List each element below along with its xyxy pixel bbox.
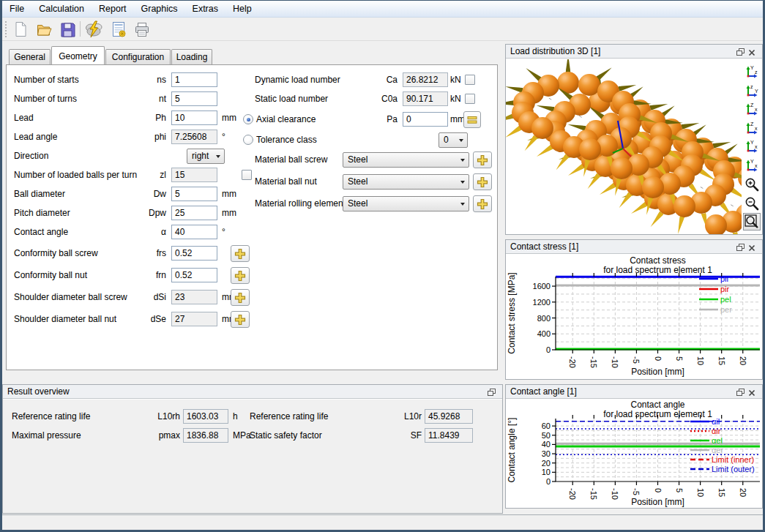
view-front[interactable]: Yz	[743, 64, 761, 81]
zoom-out-button[interactable]	[743, 195, 761, 212]
open-file-button[interactable]	[34, 20, 53, 39]
svg-text:5: 5	[675, 356, 684, 361]
view-back[interactable]: zY	[743, 83, 761, 100]
checkbox-static-load-number[interactable]	[465, 94, 475, 104]
unit-dynamic-load-number: kN	[450, 72, 461, 88]
contact-angle-header: Contact angle [1]	[506, 385, 762, 399]
row-axial-clearance: Axial clearancePa0mm	[7, 111, 497, 129]
dropdown-material-ball-screw[interactable]: Steel	[343, 152, 469, 168]
view-right[interactable]: Yx	[743, 157, 761, 175]
contact-angle-title: Contact angle [1]	[510, 386, 577, 397]
unit-static-load-number: kN	[450, 91, 461, 107]
output-pmax[interactable]: 1836.88	[183, 428, 228, 443]
menu-graphics[interactable]: Graphics	[134, 1, 185, 17]
label-shoulder-diameter-ball-screw: Shoulder diameter ball screw	[14, 289, 127, 305]
ball	[642, 176, 664, 198]
load-distribution-3d-header: Load distribution 3D [1]	[506, 45, 762, 59]
svg-text:-10: -10	[611, 488, 619, 500]
row-shoulder-diameter-ball-nut: Shoulder diameter ball nutdSe27mm	[7, 311, 497, 329]
svg-text:20: 20	[739, 356, 747, 365]
row-conformity-ball-nut: Conformity ball nutfrn0.52	[7, 267, 497, 285]
menu-file[interactable]: File	[2, 1, 31, 17]
add-material-ball-screw-button[interactable]	[473, 151, 492, 168]
close-icon[interactable]	[748, 242, 758, 252]
svg-text:-20: -20	[568, 356, 577, 368]
contact-angle-plot: Contact anglefor load spectrum element 1…	[506, 400, 762, 508]
axial-clearance-detail-button[interactable]	[463, 111, 481, 128]
zoom-window-button[interactable]	[743, 213, 761, 231]
menu-extras[interactable]: Extras	[185, 1, 225, 17]
checkbox-dynamic-load-number[interactable]	[465, 75, 475, 85]
toolbar-grip[interactable]	[5, 21, 8, 37]
print-button[interactable]	[133, 20, 152, 39]
chevron-down-icon	[460, 203, 465, 206]
window-border-top	[0, 0, 765, 1]
output-l10rh[interactable]: 1603.03	[183, 409, 228, 424]
radio-axial-clearance[interactable]	[243, 114, 253, 124]
close-icon[interactable]	[748, 387, 758, 397]
tab-geometry[interactable]: Geometry	[51, 46, 105, 64]
input-frn[interactable]: 0.52	[171, 268, 217, 282]
label-tolerance-class: Tolerance class	[256, 132, 317, 148]
svg-text:1200: 1200	[533, 298, 551, 307]
input-c0a[interactable]: 90.171	[403, 91, 448, 106]
radio-tolerance-class[interactable]	[243, 135, 253, 145]
calculate-button[interactable]	[84, 20, 103, 39]
symbol-sf: SF	[397, 427, 422, 443]
svg-text:800: 800	[537, 314, 551, 323]
input-pa[interactable]: 0	[403, 112, 448, 127]
add-material-ball-nut-button[interactable]	[473, 173, 492, 190]
float-button[interactable]	[736, 47, 746, 56]
add-conformity-ball-nut-button[interactable]	[231, 267, 250, 284]
float-button[interactable]	[488, 387, 497, 397]
tab-configuration[interactable]: Configuration	[105, 49, 171, 64]
dropdown-material-rolling-element[interactable]: Steel	[343, 196, 469, 211]
float-button[interactable]	[736, 387, 746, 397]
svg-text:pel: pel	[720, 295, 731, 304]
svg-text:20: 20	[542, 459, 551, 468]
zoom-in-button[interactable]	[743, 176, 761, 193]
load-distribution-3d-view[interactable]: YzzYZxZxYxYx	[506, 59, 762, 234]
svg-text:pil: pil	[720, 274, 728, 283]
view-left[interactable]: Yx	[743, 138, 761, 156]
row-material-ball-nut: Material ball nutSteel	[7, 173, 497, 191]
add-material-rolling-element-button[interactable]	[473, 195, 492, 212]
tab-loading[interactable]: Loading	[171, 49, 212, 64]
input-frs[interactable]: 0.52	[171, 246, 217, 261]
menu-help[interactable]: Help	[225, 1, 259, 17]
dropdown-tolerance-class[interactable]: 0	[439, 132, 468, 148]
menu-report[interactable]: Report	[92, 1, 134, 17]
svg-text:60: 60	[542, 422, 551, 430]
input-dse[interactable]: 27	[171, 312, 217, 326]
svg-text:10: 10	[542, 468, 551, 476]
result-overview-header: Result overview	[3, 385, 502, 399]
add-conformity-ball-screw-button[interactable]	[231, 245, 250, 262]
close-icon[interactable]	[748, 47, 758, 56]
window-border-left	[0, 0, 2, 532]
input-ca[interactable]: 26.8212	[403, 72, 448, 87]
float-button[interactable]	[736, 242, 746, 252]
output-sf[interactable]: 11.8439	[425, 428, 473, 443]
tab-general[interactable]: General	[9, 49, 51, 64]
view-bottom[interactable]: Zx	[743, 120, 761, 138]
output-l10r[interactable]: 45.9268	[425, 409, 473, 424]
svg-text:10: 10	[696, 488, 705, 497]
report-button[interactable]	[109, 20, 128, 39]
svg-text:50: 50	[542, 431, 551, 440]
input-[interactable]: 40	[171, 225, 217, 239]
add-shoulder-diameter-ball-nut-button[interactable]	[231, 311, 250, 328]
view-top[interactable]: Zx	[743, 101, 761, 119]
menu-bar: FileCalculationReportGraphicsExtrasHelp	[2, 1, 763, 18]
input-dsi[interactable]: 23	[171, 290, 217, 304]
menu-calculation[interactable]: Calculation	[31, 1, 92, 17]
contact-stress-header: Contact stress [1]	[506, 240, 762, 254]
new-file-button[interactable]	[11, 20, 30, 39]
add-shoulder-diameter-ball-screw-button[interactable]	[231, 289, 250, 306]
result-overview-panel: Result overview Reference rating lifeL10…	[2, 384, 503, 514]
contact-angle-chart: Contact anglefor load spectrum element 1…	[506, 400, 762, 508]
symbol-pmax: pmax	[148, 427, 180, 443]
calculate-lightning-icon	[84, 20, 103, 39]
svg-text:Contact stress [MPa]: Contact stress [MPa]	[507, 272, 517, 353]
dropdown-material-ball-nut[interactable]: Steel	[343, 174, 469, 190]
save-file-button[interactable]	[58, 20, 77, 39]
